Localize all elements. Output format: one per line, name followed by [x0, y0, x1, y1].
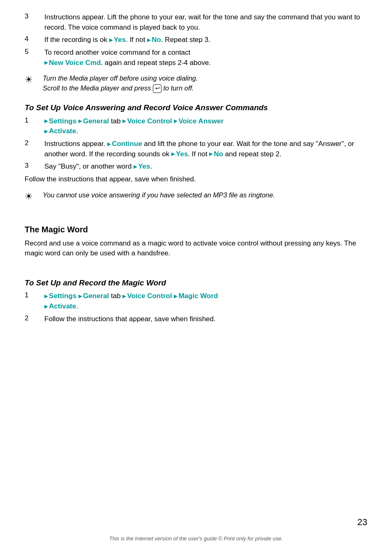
item-body-3: Instructions appear. Lift the phone to y…: [44, 12, 367, 32]
item-num-3: 3: [25, 12, 44, 32]
section1-item-3: 3 Say "Busy", or another word Yes.: [25, 162, 367, 172]
tip-box-1: ☀ Turn the Media player off before using…: [25, 74, 367, 93]
s1-num-3: 3: [25, 162, 44, 172]
tip-icon-1: ☀: [25, 74, 43, 85]
tip-box-2: ☀ You cannot use voice answering if you …: [25, 190, 367, 202]
s1-body-3: Say "Busy", or another word Yes.: [44, 162, 367, 172]
s3-num-2: 2: [25, 314, 44, 324]
s1-num-1: 1: [25, 116, 44, 137]
section-heading-1: To Set Up Voice Answering and Record Voi…: [25, 102, 367, 113]
voice-control-link-2: Voice Control: [122, 292, 172, 300]
general-link-2: General: [78, 292, 109, 300]
continue-link: Continue: [107, 140, 142, 148]
follow-text-1: Follow the instructions that appear, sav…: [25, 174, 367, 185]
section3-item-2: 2 Follow the instructions that appear, s…: [25, 314, 367, 324]
item-body-5: To record another voice command for a co…: [44, 48, 367, 68]
section-heading-magic-word: The Magic Word: [25, 224, 367, 235]
section1-item-2: 2 Instructions appear. Continue and lift…: [25, 139, 367, 159]
no-link-1: No: [147, 36, 161, 44]
section-heading-setup-magic: To Set Up and Record the Magic Word: [25, 278, 367, 288]
magic-word-description: Record and use a voice command as a magi…: [25, 239, 367, 259]
magic-word-link: Magic Word: [174, 292, 218, 300]
s1-body-2: Instructions appear. Continue and lift t…: [44, 139, 367, 159]
section3-item-1: 1 Settings General tab Voice Control Mag…: [25, 291, 367, 311]
s1-body-1: Settings General tab Voice Control Voice…: [44, 116, 367, 137]
list-item-5: 5 To record another voice command for a …: [25, 48, 367, 68]
no-link-2: No: [209, 150, 223, 158]
new-voice-cmd-link: New Voice Cmd.: [44, 59, 103, 67]
content-area: 3 Instructions appear. Lift the phone to…: [25, 12, 367, 324]
item-num-4: 4: [25, 35, 44, 45]
settings-link-1: Settings: [44, 117, 76, 125]
yes-link-3: Yes: [134, 162, 150, 170]
list-item-3: 3 Instructions appear. Lift the phone to…: [25, 12, 367, 32]
settings-link-2: Settings: [44, 292, 76, 300]
list-item-4: 4 If the recording is ok Yes. If not No.…: [25, 35, 367, 45]
tip-icon-2: ☀: [25, 191, 43, 202]
s3-num-1: 1: [25, 291, 44, 311]
activate-link-1: Activate: [44, 127, 76, 135]
tip-text-1: Turn the Media player off before using v…: [43, 74, 198, 93]
activate-link-2: Activate: [44, 302, 76, 310]
item-body-4: If the recording is ok Yes. If not No. R…: [44, 35, 367, 45]
voice-answer-link: Voice Answer: [174, 117, 224, 125]
footer-text: This is the Internet version of the user…: [0, 535, 392, 542]
item-num-5: 5: [25, 48, 44, 68]
page-number: 23: [357, 517, 367, 528]
section1-item-1: 1 Settings General tab Voice Control Voi…: [25, 116, 367, 137]
voice-control-link-1: Voice Control: [122, 117, 172, 125]
yes-link-1: Yes: [109, 36, 126, 44]
back-button-icon: ↩: [153, 84, 161, 93]
yes-link-2: Yes: [171, 150, 188, 158]
s3-body-1: Settings General tab Voice Control Magic…: [44, 291, 367, 311]
s3-body-2: Follow the instructions that appear, sav…: [44, 314, 367, 324]
tip-text-2: You cannot use voice answering if you ha…: [43, 190, 275, 200]
s1-num-2: 2: [25, 139, 44, 159]
general-link-1: General: [78, 117, 109, 125]
